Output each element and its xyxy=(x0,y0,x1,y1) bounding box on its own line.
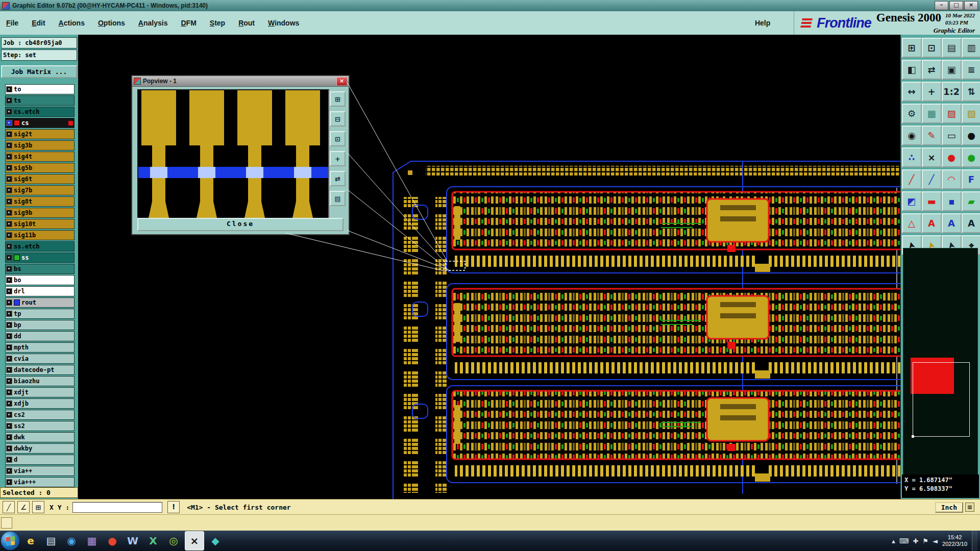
green-pad-tool-button[interactable]: ● xyxy=(962,147,980,167)
maximize-button[interactable]: □ xyxy=(949,1,963,10)
menu-edit[interactable]: Edit xyxy=(32,19,45,27)
units-grid-icon[interactable]: ▦ xyxy=(965,503,974,512)
layer-visibility-checkbox[interactable] xyxy=(6,86,12,92)
layer-visibility-checkbox[interactable] xyxy=(6,412,12,418)
layer-row-cs[interactable]: cs xyxy=(5,118,75,128)
scale-button[interactable]: 1:2 xyxy=(942,82,962,102)
layer-row-dd[interactable]: dd xyxy=(5,331,75,341)
overview-navigator[interactable] xyxy=(903,248,978,475)
menu-options[interactable]: Options xyxy=(98,19,125,27)
layer-row-cs.etch[interactable]: cs.etch xyxy=(5,107,75,117)
net-tool-button[interactable]: ∴ xyxy=(902,147,922,167)
export-button[interactable]: ▧ xyxy=(962,104,980,123)
reorder-button[interactable]: ⇅ xyxy=(962,82,980,102)
layer-row-bp[interactable]: bp xyxy=(5,320,75,330)
horizontal-scroll-strip[interactable] xyxy=(0,514,980,531)
popview-pan-button[interactable]: + xyxy=(330,151,346,166)
units-dropdown[interactable]: Inch xyxy=(935,502,963,513)
expand-button[interactable]: ↔ xyxy=(902,82,922,102)
ellipse-tool-button[interactable]: ◉ xyxy=(902,126,922,145)
tray-keyboard-icon[interactable]: ⌨ xyxy=(899,537,909,545)
flag-tool-button[interactable]: F xyxy=(962,169,980,189)
red-pad-tool-button[interactable]: ● xyxy=(942,147,962,167)
text-blue-button[interactable]: A xyxy=(942,213,962,233)
layer-visibility-checkbox[interactable] xyxy=(6,356,12,362)
minimize-button[interactable]: – xyxy=(935,1,948,10)
layer-row-via+++[interactable]: via+++ xyxy=(5,477,75,487)
menu-rout[interactable]: Rout xyxy=(238,19,255,27)
menu-step[interactable]: Step xyxy=(210,19,225,27)
angle-mode-button[interactable]: ∠ xyxy=(17,501,30,513)
layer-row-sig2t[interactable]: sig2t xyxy=(5,129,75,139)
layer-visibility-checkbox[interactable] xyxy=(6,434,12,440)
layer-row-mpth[interactable]: mpth xyxy=(5,342,75,353)
layer-row-xdjt[interactable]: xdjt xyxy=(5,387,75,397)
layer-visibility-checkbox[interactable] xyxy=(6,131,12,137)
popview-close-button[interactable]: × xyxy=(336,77,347,86)
popview-titlebar[interactable]: Popview - 1 × xyxy=(132,76,349,87)
move-button[interactable]: + xyxy=(922,82,942,102)
layer-visibility-checkbox[interactable] xyxy=(6,243,12,249)
layer-visibility-checkbox[interactable] xyxy=(6,299,12,306)
cascade-button[interactable]: ▣ xyxy=(942,60,962,80)
layer-row-sig8t[interactable]: sig8t xyxy=(5,196,75,207)
layer-row-dwkby[interactable]: dwkby xyxy=(5,443,75,454)
show-desktop-button[interactable] xyxy=(972,531,977,551)
layer-row-cvia[interactable]: cvia xyxy=(5,354,75,364)
layer-visibility-checkbox[interactable] xyxy=(6,255,12,261)
layer-visibility-checkbox[interactable] xyxy=(6,311,12,317)
layer-visibility-checkbox[interactable] xyxy=(6,120,12,126)
layer-row-rout[interactable]: rout xyxy=(5,297,75,308)
layer-visibility-checkbox[interactable] xyxy=(6,468,12,474)
ruler-tool-button[interactable]: ▭ xyxy=(942,126,962,145)
taskbar-xapp[interactable]: × xyxy=(185,531,204,550)
taskbar-notepad[interactable]: ▤ xyxy=(42,532,60,550)
menu-actions[interactable]: Actions xyxy=(59,19,85,27)
snap-mode-button[interactable]: ╱ xyxy=(3,501,15,513)
layer-row-bo[interactable]: bo xyxy=(5,275,75,285)
layer-visibility-checkbox[interactable] xyxy=(6,423,12,429)
layer-row-bs[interactable]: bs xyxy=(5,264,75,274)
taskbar-clock[interactable]: 15:42 2022/3/10 xyxy=(942,534,967,547)
grid-toggle-button[interactable]: ⊞ xyxy=(32,501,44,513)
layer-row-sig4t[interactable]: sig4t xyxy=(5,152,75,162)
layer-visibility-checkbox[interactable] xyxy=(6,333,12,339)
menu-help[interactable]: Help xyxy=(755,19,770,27)
polygon-tool-button[interactable]: ▰ xyxy=(962,191,980,211)
popview-close-button-large[interactable]: Close xyxy=(137,218,344,231)
layer-visibility-checkbox[interactable] xyxy=(6,288,12,294)
layer-visibility-checkbox[interactable] xyxy=(6,176,12,182)
menu-dfm[interactable]: DFM xyxy=(181,19,196,27)
text-red-button[interactable]: A xyxy=(922,213,942,233)
layer-visibility-checkbox[interactable] xyxy=(6,154,12,160)
layer-row-ss.etch[interactable]: ss.etch xyxy=(5,241,75,252)
layer-visibility-checkbox[interactable] xyxy=(6,266,12,272)
layer-row-sig10t[interactable]: sig10t xyxy=(5,219,75,229)
grid-button[interactable]: ▦ xyxy=(922,104,942,123)
menu-file[interactable]: File xyxy=(6,19,18,27)
alert-button[interactable]: ! xyxy=(167,501,180,513)
layer-visibility-checkbox[interactable] xyxy=(6,400,12,407)
taskbar-viewer[interactable]: ◎ xyxy=(164,532,183,550)
layer-row-biaozhu[interactable]: biaozhu xyxy=(5,376,75,386)
layer-row-ss2[interactable]: ss2 xyxy=(5,421,75,431)
screen-button[interactable]: ⊡ xyxy=(922,38,942,58)
popview-new-view-button[interactable]: ⊞ xyxy=(330,91,346,107)
taskbar-compass[interactable]: ◉ xyxy=(62,532,81,550)
layer-row-dwk[interactable]: dwk xyxy=(5,432,75,442)
start-button[interactable] xyxy=(1,532,19,550)
layer-row-sig7b[interactable]: sig7b xyxy=(5,185,75,195)
dot-tool-button[interactable]: ● xyxy=(962,126,980,145)
split-button[interactable]: ▥ xyxy=(962,38,980,58)
layer-row-sig6t[interactable]: sig6t xyxy=(5,174,75,184)
table-button[interactable]: ▤ xyxy=(942,38,962,58)
warn-tool-button[interactable]: △ xyxy=(902,213,922,233)
job-matrix-button[interactable]: Job Matrix ... xyxy=(1,65,77,78)
layer-row-sig5b[interactable]: sig5b xyxy=(5,163,75,173)
tray-flag-icon[interactable]: ⚑ xyxy=(922,537,928,545)
layer-row-cs2[interactable]: cs2 xyxy=(5,410,75,420)
trace-tool-button[interactable]: ╱ xyxy=(922,169,942,189)
dock-left-button[interactable]: ◧ xyxy=(902,60,922,80)
swap-button[interactable]: ⇄ xyxy=(922,60,942,80)
slot-tool-button[interactable]: ▬ xyxy=(922,191,942,211)
